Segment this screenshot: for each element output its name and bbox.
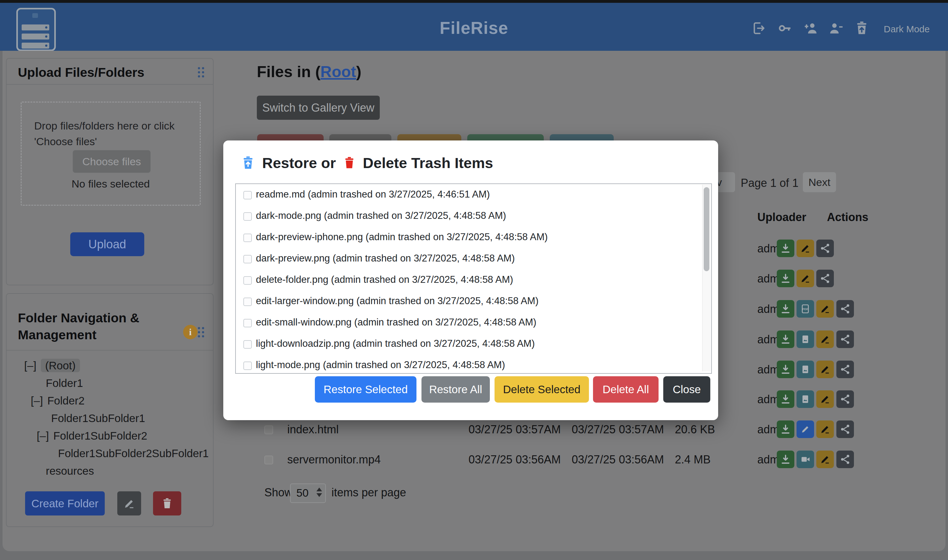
item-checkbox[interactable] xyxy=(243,298,252,306)
image-preview-button[interactable] xyxy=(797,390,814,408)
spinner-arrows-icon[interactable] xyxy=(316,488,322,497)
dark-mode-toggle[interactable]: Dark Mode xyxy=(884,24,930,34)
choose-files-button[interactable]: Choose files xyxy=(73,150,151,173)
image-preview-button[interactable] xyxy=(797,361,814,378)
folder-tree-item[interactable]: [–]Folder2 xyxy=(31,393,85,408)
row-checkbox[interactable] xyxy=(265,455,273,465)
trash-item[interactable]: light-mode.png (admin trashed on 3/27/20… xyxy=(236,355,711,374)
trash-item[interactable]: dark-preview.png (admin trashed on 3/27/… xyxy=(236,248,711,269)
share-button[interactable] xyxy=(836,331,854,348)
share-button[interactable] xyxy=(836,390,854,408)
rename-button[interactable] xyxy=(797,240,814,257)
item-checkbox[interactable] xyxy=(243,191,252,199)
rename-button[interactable] xyxy=(816,390,834,408)
trash-item[interactable]: dark-mode.png (admin trashed on 3/27/202… xyxy=(236,205,711,227)
create-folder-button[interactable]: Create Folder xyxy=(25,491,105,515)
next-page-button[interactable]: Next xyxy=(803,172,836,192)
rename-button[interactable] xyxy=(816,331,834,348)
download-button[interactable] xyxy=(777,451,794,468)
download-button[interactable] xyxy=(777,270,794,287)
download-button[interactable] xyxy=(777,240,794,257)
trash-item[interactable]: edit-small-window.png (admin trashed on … xyxy=(236,312,711,333)
drop-zone[interactable]: Drop files/folders here or click 'Choose… xyxy=(21,102,201,206)
delete-folder-button[interactable] xyxy=(153,491,181,515)
column-header-actions: Actions xyxy=(827,211,868,224)
share-button[interactable] xyxy=(816,240,834,257)
download-button[interactable] xyxy=(777,420,794,438)
row-checkbox[interactable] xyxy=(265,426,273,434)
share-button[interactable] xyxy=(836,300,854,318)
rename-folder-button[interactable] xyxy=(117,491,141,515)
item-checkbox[interactable] xyxy=(243,319,252,327)
share-button[interactable] xyxy=(816,270,834,287)
video-preview-button[interactable] xyxy=(797,451,814,468)
pencil-icon xyxy=(123,497,135,510)
file-name[interactable]: index.html xyxy=(287,423,339,436)
folder-tree-item[interactable]: Folder1SubFolder1 xyxy=(51,411,145,426)
folder-tree-item[interactable]: Folder1 xyxy=(46,375,83,391)
collapse-toggle[interactable]: [–] xyxy=(37,429,49,442)
upload-button[interactable]: Upload xyxy=(70,232,144,256)
image-preview-button[interactable] xyxy=(797,331,814,348)
drop-zone-text-line1: Drop files/folders here or click xyxy=(34,120,175,132)
trash-items-list[interactable]: readme.md (admin trashed on 3/27/2025, 4… xyxy=(235,183,712,374)
file-name[interactable]: servermonitor.mp4 xyxy=(287,453,381,466)
folder-tree-item[interactable]: Folder1SubFolder2SubFolder1 xyxy=(58,446,209,461)
folder-panel: Folder Navigation & Management i [–](Roo… xyxy=(6,293,214,527)
share-button[interactable] xyxy=(836,420,854,438)
delete-selected-button[interactable]: Delete Selected xyxy=(494,376,589,403)
collapse-toggle[interactable]: [–] xyxy=(24,359,36,372)
remove-user-icon[interactable] xyxy=(828,20,844,36)
close-button[interactable]: Close xyxy=(663,376,710,403)
share-button[interactable] xyxy=(836,451,854,468)
restore-all-button[interactable]: Restore All xyxy=(422,376,490,403)
rename-button[interactable] xyxy=(816,451,834,468)
drag-handle-icon[interactable] xyxy=(198,67,205,78)
trash-item[interactable]: readme.md (admin trashed on 3/27/2025, 4… xyxy=(236,184,711,205)
share-button[interactable] xyxy=(836,361,854,378)
item-checkbox[interactable] xyxy=(243,234,252,242)
rename-button[interactable] xyxy=(816,300,834,318)
items-per-page-select[interactable]: 50 xyxy=(290,483,326,503)
drag-handle-icon[interactable] xyxy=(198,327,205,338)
column-header-uploader[interactable]: Uploader xyxy=(757,211,806,224)
item-checkbox[interactable] xyxy=(243,212,252,221)
download-button[interactable] xyxy=(777,300,794,318)
trash-restore-icon[interactable] xyxy=(854,20,870,36)
table-row: index.html 03/27/25 03:57AM 03/27/25 03:… xyxy=(257,420,940,438)
root-folder-link[interactable]: Root xyxy=(320,63,356,81)
trash-item[interactable]: delete-folder.png (admin trashed on 3/27… xyxy=(236,269,711,291)
logout-icon[interactable] xyxy=(751,20,767,36)
restore-trash-icon xyxy=(241,154,255,172)
delete-all-button[interactable]: Delete All xyxy=(593,376,659,403)
info-icon[interactable]: i xyxy=(183,325,198,339)
download-button[interactable] xyxy=(777,390,794,408)
rename-button[interactable] xyxy=(816,361,834,378)
trash-item[interactable]: edit-larger-window.png (admin trashed on… xyxy=(236,291,711,312)
folder-tree-item[interactable]: resources xyxy=(46,463,94,478)
item-checkbox[interactable] xyxy=(243,362,252,370)
restore-selected-button[interactable]: Restore Selected xyxy=(315,376,417,403)
trash-item[interactable]: light-downloadzip.png (admin trashed on … xyxy=(236,333,711,355)
trash-item[interactable]: dark-preview-iphone.png (admin trashed o… xyxy=(236,227,711,248)
folder-tree-item[interactable]: [–]Folder1SubFolder2 xyxy=(37,428,148,443)
rename-button[interactable] xyxy=(816,420,834,438)
rename-button[interactable] xyxy=(797,270,814,287)
item-checkbox[interactable] xyxy=(243,276,252,285)
switch-gallery-view-button[interactable]: Switch to Gallery View xyxy=(257,95,380,120)
folder-label-selected[interactable]: (Root) xyxy=(41,359,80,372)
item-checkbox[interactable] xyxy=(243,255,252,263)
edit-button[interactable] xyxy=(797,420,814,438)
trash-modal: Restore or Delete Trash Items readme.md … xyxy=(223,140,718,420)
folder-tree-item-root[interactable]: [–](Root) xyxy=(24,358,80,373)
download-button[interactable] xyxy=(777,331,794,348)
item-checkbox[interactable] xyxy=(243,340,252,349)
download-button[interactable] xyxy=(777,361,794,378)
modal-scrollbar[interactable] xyxy=(702,185,711,371)
pdf-preview-button[interactable]: PDF xyxy=(797,300,814,318)
scrollbar-thumb[interactable] xyxy=(704,187,709,271)
add-user-icon[interactable] xyxy=(803,20,819,36)
key-icon[interactable] xyxy=(777,20,793,36)
collapse-toggle[interactable]: [–] xyxy=(31,394,43,407)
window-top-edge xyxy=(0,0,948,3)
